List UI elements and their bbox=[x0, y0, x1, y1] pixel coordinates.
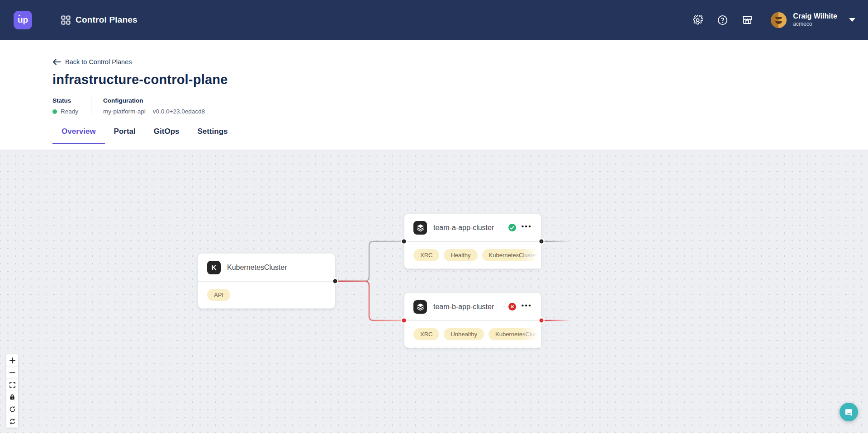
badge-xrc: XRC bbox=[413, 328, 439, 340]
node-title: team-a-app-cluster bbox=[433, 224, 508, 232]
healthy-check-icon bbox=[508, 224, 516, 231]
configuration-label: Configuration bbox=[103, 97, 205, 104]
configuration-name: my-platform-api bbox=[103, 108, 146, 115]
kubernetes-k-icon: K bbox=[207, 261, 221, 274]
app-title: Control Planes bbox=[76, 15, 138, 25]
rotate-button[interactable] bbox=[6, 403, 18, 415]
back-link-label: Back to Control Planes bbox=[65, 58, 132, 66]
badge-healthy: Healthy bbox=[444, 249, 477, 261]
back-link[interactable]: Back to Control Planes bbox=[52, 40, 132, 66]
handle-kubernetescluster-right[interactable] bbox=[333, 279, 337, 283]
node-team-a-app-cluster[interactable]: team-a-app-cluster ••• XRC Healthy Kuber… bbox=[404, 213, 541, 269]
zoom-in-button[interactable] bbox=[6, 354, 18, 367]
grid-icon bbox=[61, 15, 71, 25]
marketplace-icon[interactable] bbox=[742, 14, 753, 25]
handle-team-b-right[interactable] bbox=[540, 319, 544, 323]
top-navbar: up Control Planes bbox=[0, 0, 868, 40]
edge-layer bbox=[0, 150, 868, 433]
status-dot bbox=[52, 109, 57, 114]
user-org: acmeco bbox=[793, 21, 837, 28]
node-menu-button[interactable]: ••• bbox=[522, 306, 532, 308]
meta-divider bbox=[91, 97, 91, 115]
arrow-left-icon bbox=[52, 59, 61, 65]
chat-smile-icon bbox=[844, 407, 854, 417]
page-title: infrastructure-control-plane bbox=[52, 72, 868, 87]
chevron-down-icon bbox=[849, 18, 855, 22]
configuration-block: Configuration my-platform-api v0.0.0+23.… bbox=[103, 97, 218, 115]
handle-team-a-right[interactable] bbox=[540, 240, 544, 244]
handle-team-b-left[interactable] bbox=[402, 319, 406, 323]
badge-kubernetescluster: KubernetesCluster bbox=[482, 249, 541, 261]
help-icon[interactable] bbox=[717, 14, 728, 25]
avatar bbox=[771, 12, 787, 28]
nav-control-planes[interactable]: Control Planes bbox=[61, 15, 138, 25]
status-value: Ready bbox=[61, 108, 78, 115]
flow-controls bbox=[6, 354, 18, 428]
upbound-logo[interactable]: up bbox=[14, 11, 32, 29]
badge-xrc: XRC bbox=[413, 249, 439, 261]
tab-gitops[interactable]: GitOps bbox=[145, 127, 189, 144]
node-team-b-app-cluster[interactable]: team-b-app-cluster ••• XRC Unhealthy Kub… bbox=[404, 292, 541, 348]
fit-view-button[interactable] bbox=[6, 379, 18, 391]
badge-unhealthy: Unhealthy bbox=[444, 328, 484, 340]
user-name: Craig Wilhite bbox=[793, 12, 837, 20]
layers-icon bbox=[413, 300, 427, 314]
flow-canvas[interactable]: K KubernetesCluster API team-a-app-clust… bbox=[0, 150, 868, 433]
tab-overview[interactable]: Overview bbox=[52, 127, 105, 144]
lock-button[interactable] bbox=[6, 391, 18, 403]
node-menu-button[interactable]: ••• bbox=[522, 226, 532, 229]
status-block: Status Ready bbox=[52, 97, 91, 115]
status-label: Status bbox=[52, 97, 78, 104]
tab-bar: Overview Portal GitOps Settings bbox=[52, 127, 868, 144]
badge-api: API bbox=[207, 289, 230, 301]
unhealthy-x-icon bbox=[508, 303, 516, 311]
user-menu[interactable]: Craig Wilhite acmeco bbox=[771, 12, 855, 28]
badge-kubernetescluster: KubernetesCluster bbox=[489, 328, 541, 340]
node-title: team-b-app-cluster bbox=[433, 303, 508, 311]
layers-icon bbox=[413, 221, 427, 235]
tab-settings[interactable]: Settings bbox=[188, 127, 237, 144]
handle-team-a-left[interactable] bbox=[402, 240, 406, 244]
meta-row: Status Ready Configuration my-platform-a… bbox=[52, 97, 868, 115]
configuration-version: v0.0.0+23.0edacd8 bbox=[153, 108, 205, 115]
tab-portal[interactable]: Portal bbox=[105, 127, 145, 144]
settings-gear-icon[interactable] bbox=[692, 14, 703, 25]
sync-button[interactable] bbox=[6, 415, 18, 428]
node-kubernetescluster[interactable]: K KubernetesCluster API bbox=[198, 253, 335, 309]
chat-launcher[interactable] bbox=[840, 403, 858, 421]
node-title: KubernetesCluster bbox=[227, 264, 326, 272]
page-header: Back to Control Planes infrastructure-co… bbox=[0, 40, 868, 150]
zoom-out-button[interactable] bbox=[6, 367, 18, 379]
